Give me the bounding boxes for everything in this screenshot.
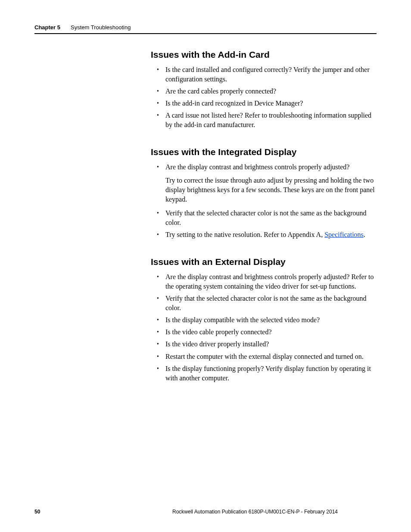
list-text: Verify that the selected character color…	[165, 209, 366, 226]
bullet-list: Verify that the selected character color…	[151, 208, 377, 240]
sub-paragraph: Try to correct the issue through auto ad…	[151, 176, 377, 204]
list-item: Is the video cable properly connected?	[151, 327, 377, 337]
page-footer: 50 Rockwell Automation Publication 6180P…	[34, 509, 377, 515]
section-heading: Issues with an External Display	[151, 257, 377, 267]
list-item: Are the display contrast and brightness …	[151, 272, 377, 291]
section-external-display: Issues with an External Display Are the …	[151, 257, 377, 383]
list-text: Is the add-in card recognized in Device …	[165, 100, 303, 107]
list-text: Are the display contrast and brightness …	[165, 163, 349, 171]
list-item: Verify that the selected character color…	[151, 208, 377, 227]
list-item: Try setting to the native resolution. Re…	[151, 230, 377, 240]
list-item: A card issue not listed here? Refer to t…	[151, 111, 377, 130]
section-heading: Issues with the Add-in Card	[151, 50, 377, 60]
list-text: Is the display compatible with the selec…	[165, 316, 320, 324]
body-content: Issues with the Add-in Card Is the card …	[151, 50, 377, 383]
list-item: Is the add-in card recognized in Device …	[151, 99, 377, 108]
bullet-list: Are the display contrast and brightness …	[151, 272, 377, 383]
list-text: Are the display contrast and brightness …	[165, 273, 374, 290]
page-number: 50	[34, 509, 134, 515]
list-text: Is the video cable properly connected?	[165, 328, 272, 336]
list-item: Are the card cables properly connected?	[151, 87, 377, 96]
bullet-list: Is the card installed and configured cor…	[151, 65, 377, 130]
list-text: Is the video driver properly installed?	[165, 340, 269, 348]
list-item: Is the display functioning properly? Ver…	[151, 364, 377, 383]
list-item: Is the display compatible with the selec…	[151, 315, 377, 325]
section-add-in-card: Issues with the Add-in Card Is the card …	[151, 50, 377, 130]
specifications-link[interactable]: Specifications	[324, 231, 364, 238]
list-text: Is the card installed and configured cor…	[165, 66, 370, 83]
list-item: Is the video driver properly installed?	[151, 339, 377, 349]
section-integrated-display: Issues with the Integrated Display Are t…	[151, 147, 377, 240]
list-item: Is the card installed and configured cor…	[151, 65, 377, 84]
list-item: Verify that the selected character color…	[151, 294, 377, 313]
chapter-label: Chapter 5	[34, 24, 60, 31]
list-text: Are the card cables properly connected?	[165, 87, 276, 95]
list-text-post: .	[364, 231, 365, 238]
list-item: Are the display contrast and brightness …	[151, 162, 377, 172]
list-item: Restart the computer with the external d…	[151, 352, 377, 361]
section-heading: Issues with the Integrated Display	[151, 147, 377, 157]
list-text: A card issue not listed here? Refer to t…	[165, 112, 371, 128]
publication-id: Rockwell Automation Publication 6180P-UM…	[134, 509, 377, 515]
list-text: Verify that the selected character color…	[165, 295, 366, 311]
running-header: Chapter 5 System Troubleshooting	[34, 24, 377, 34]
list-text: Restart the computer with the external d…	[165, 353, 364, 360]
list-text: Is the display functioning properly? Ver…	[165, 365, 371, 382]
bullet-list: Are the display contrast and brightness …	[151, 162, 377, 172]
list-text-pre: Try setting to the native resolution. Re…	[165, 231, 324, 238]
chapter-title: System Troubleshooting	[71, 24, 131, 31]
